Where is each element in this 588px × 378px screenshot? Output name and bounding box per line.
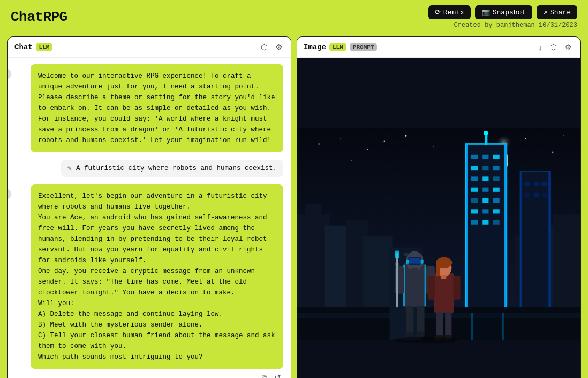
svg-rect-70 [425, 265, 426, 306]
snapshot-button[interactable]: 📷 Snapshot [475, 5, 532, 19]
svg-rect-74 [406, 260, 409, 264]
svg-rect-40 [471, 209, 478, 213]
chat-body: ☺ Welcome to our interactive RPG experie… [8, 58, 291, 378]
svg-rect-23 [466, 144, 468, 323]
ai-avatar-2: ☺ [8, 189, 11, 199]
chat-user-text: A futuristic city where robots and human… [76, 165, 277, 172]
settings-icon-2: ⚙ [564, 42, 571, 52]
svg-rect-37 [471, 198, 478, 203]
svg-rect-81 [405, 332, 413, 337]
chat-settings-button[interactable]: ⚙ [273, 41, 284, 53]
image-body [297, 58, 580, 378]
copy-icon: ⎘ [262, 374, 267, 379]
snapshot-icon: 📷 [481, 8, 490, 17]
svg-rect-28 [471, 166, 478, 170]
export-icon-2: ⬡ [550, 42, 557, 52]
svg-rect-34 [471, 188, 478, 192]
share-button[interactable]: ↗ Share [537, 5, 577, 19]
svg-rect-32 [482, 176, 488, 181]
svg-rect-30 [493, 166, 500, 170]
svg-rect-42 [493, 209, 500, 213]
share-icon: ↗ [543, 8, 547, 17]
download-icon: ↓ [539, 43, 543, 52]
svg-rect-31 [471, 176, 478, 181]
svg-point-7 [405, 135, 407, 137]
chat-row-ai-1: ☺ Welcome to our interactive RPG experie… [16, 64, 283, 152]
image-panel-header: Image LLM PROMPT ↓ ⬡ ⚙ [297, 37, 580, 58]
svg-rect-25 [471, 155, 478, 159]
image-prompt-badge: PROMPT [350, 43, 378, 51]
chat-bubble-ai-2: Excellent, let's begin our adventure in … [31, 184, 283, 369]
remix-button[interactable]: ⟳ Remix [428, 5, 471, 19]
chat-panel-header: Chat LLM ⬡ ⚙ [8, 37, 291, 58]
chat-bubble-user: ✎ A futuristic city where robots and hum… [61, 160, 283, 177]
share-label: Share [550, 9, 571, 17]
svg-rect-52 [534, 182, 539, 186]
svg-rect-86 [436, 265, 440, 276]
svg-rect-88 [428, 276, 435, 300]
svg-rect-45 [493, 220, 500, 225]
chat-ai-text-1: Welcome to our interactive RPG experienc… [38, 72, 275, 144]
svg-rect-33 [493, 176, 500, 181]
image-download-button[interactable]: ↓ [537, 42, 545, 53]
chat-row-ai-2: ☺ Excellent, let's begin our adventure i… [16, 184, 283, 378]
copy-message-button[interactable]: ⎘ [260, 372, 269, 378]
chat-ai-text-2: Excellent, let's begin our adventure in … [38, 192, 275, 361]
svg-rect-82 [416, 332, 424, 337]
image-panel-title: Image [304, 43, 326, 51]
svg-rect-29 [482, 166, 488, 170]
svg-rect-41 [482, 209, 488, 213]
app-title: ChatRPG [11, 9, 67, 25]
image-settings-button[interactable]: ⚙ [562, 41, 574, 53]
svg-rect-89 [453, 276, 460, 300]
svg-rect-43 [471, 220, 478, 225]
svg-rect-53 [542, 182, 547, 186]
svg-rect-26 [482, 155, 488, 159]
remix-label: Remix [443, 9, 464, 17]
svg-point-11 [563, 135, 564, 136]
svg-rect-90 [436, 312, 443, 338]
chat-panel: Chat LLM ⬡ ⚙ ☺ Welcome to our interactiv… [7, 36, 291, 378]
svg-rect-59 [471, 313, 504, 340]
refresh-icon: ↺ [274, 373, 281, 378]
export-icon: ⬡ [261, 42, 268, 52]
svg-rect-36 [493, 188, 500, 192]
svg-point-13 [384, 140, 385, 142]
chat-action-row: ⎘ ↺ [31, 372, 283, 378]
svg-rect-27 [493, 155, 500, 159]
settings-icon: ⚙ [275, 42, 282, 52]
svg-point-8 [433, 146, 434, 147]
svg-point-6 [367, 149, 368, 150]
chat-export-button[interactable]: ⬡ [259, 41, 270, 53]
svg-point-5 [340, 138, 341, 139]
svg-rect-56 [542, 193, 547, 197]
edit-icon: ✎ [67, 164, 72, 173]
svg-rect-38 [482, 198, 488, 203]
image-llm-badge: LLM [329, 43, 346, 51]
svg-rect-76 [411, 268, 418, 271]
image-export-button[interactable]: ⬡ [548, 41, 559, 53]
svg-point-12 [351, 160, 352, 160]
svg-rect-80 [417, 306, 424, 335]
svg-point-9 [525, 138, 526, 139]
svg-point-4 [318, 143, 319, 144]
svg-rect-24 [504, 144, 507, 323]
svg-point-47 [484, 131, 488, 135]
remix-icon: ⟳ [435, 8, 441, 17]
snapshot-label: Snapshot [493, 9, 526, 17]
svg-rect-51 [524, 182, 530, 186]
svg-rect-35 [482, 188, 488, 192]
chat-row-user: ✎ A futuristic city where robots and hum… [16, 160, 283, 177]
svg-rect-44 [482, 220, 488, 225]
image-panel: Image LLM PROMPT ↓ ⬡ ⚙ [297, 36, 581, 378]
svg-rect-79 [406, 306, 413, 335]
header-right: ⟳ Remix 📷 Snapshot ↗ Share Created by ba… [428, 5, 577, 29]
svg-rect-91 [445, 312, 451, 338]
ai-avatar-1: ☺ [8, 69, 11, 79]
svg-rect-22 [466, 144, 507, 323]
chat-panel-title: Chat [14, 43, 33, 51]
svg-rect-39 [493, 198, 500, 203]
refresh-message-button[interactable]: ↺ [272, 372, 283, 378]
main-grid: Chat LLM ⬡ ⚙ ☺ Welcome to our interactiv… [0, 31, 588, 378]
scene-illustration [297, 58, 580, 378]
